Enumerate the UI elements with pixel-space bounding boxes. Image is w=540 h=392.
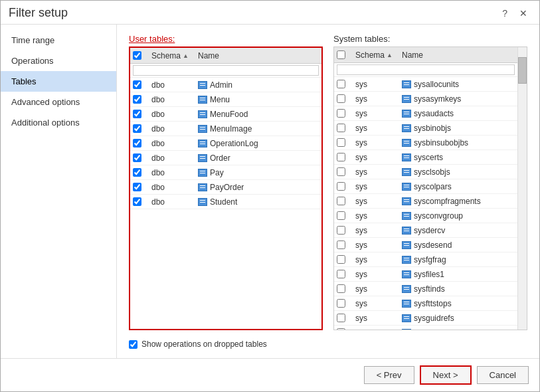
user-tables-section: User tables: Schema ▲ Name	[129, 34, 323, 330]
row-schema: sys	[355, 328, 402, 330]
close-button[interactable]: ✕	[515, 7, 531, 20]
table-row: dbo Order	[130, 151, 321, 165]
row-name: Admin	[198, 80, 319, 90]
help-button[interactable]: ?	[498, 7, 511, 20]
system-search-row	[334, 63, 517, 77]
row-checkbox[interactable]	[133, 139, 141, 147]
row-name: sysclsobjs	[402, 167, 515, 177]
row-name-text: sysdesend	[414, 241, 452, 250]
row-name-text: sysallocunits	[414, 80, 459, 89]
table-row: dbo MenuFood	[130, 107, 321, 122]
row-checkbox[interactable]	[337, 167, 345, 176]
row-name-text: sysdercv	[414, 226, 445, 235]
row-check-cell	[337, 94, 355, 103]
row-checkbox[interactable]	[133, 168, 141, 177]
user-search-input[interactable]	[133, 65, 319, 76]
row-checkbox[interactable]	[133, 197, 141, 206]
row-checkbox[interactable]	[337, 124, 345, 132]
user-tables-container: Schema ▲ Name dbo	[129, 47, 323, 330]
row-name: sysallocunits	[402, 80, 515, 89]
system-header-schema[interactable]: Schema ▲	[355, 50, 402, 60]
row-checkbox[interactable]	[337, 80, 345, 88]
row-checkbox[interactable]	[337, 314, 345, 322]
system-tables-body: sys sysallocunits sys sysasymkeys sys sy…	[334, 77, 517, 330]
table-row: dbo PayOrder	[130, 180, 321, 195]
show-operations-row: Show operations on dropped tables	[129, 340, 527, 349]
row-name-text: PayOrder	[210, 183, 244, 192]
sidebar-item-operations[interactable]: Operations	[1, 50, 116, 71]
row-name-text: Admin	[210, 80, 232, 90]
row-checkbox[interactable]	[337, 284, 345, 293]
sidebar-item-tables[interactable]: Tables	[1, 71, 116, 92]
scrollbar-thumb[interactable]	[518, 57, 527, 84]
row-checkbox[interactable]	[133, 153, 141, 162]
system-scrollbar[interactable]	[517, 47, 527, 330]
table-icon	[402, 139, 411, 147]
system-tables-title: System tables:	[333, 34, 527, 44]
row-name-text: syscolpars	[414, 182, 452, 191]
table-icon	[402, 285, 411, 293]
table-row: sys sysbinobjs	[334, 121, 517, 136]
user-header-name[interactable]: Name	[198, 51, 319, 60]
row-checkbox[interactable]	[133, 183, 141, 191]
table-icon	[198, 81, 207, 89]
row-schema: sys	[355, 211, 402, 221]
system-check-all[interactable]	[337, 50, 345, 59]
row-check-cell	[133, 124, 151, 133]
row-check-cell	[337, 211, 355, 220]
row-name-text: sysfttstops	[414, 299, 452, 308]
row-schema: sys	[355, 80, 402, 89]
row-name: sysaudacts	[402, 109, 515, 118]
system-schema-sort-icon: ▲	[387, 52, 393, 58]
row-schema: dbo	[151, 110, 198, 119]
cancel-button[interactable]: Cancel	[477, 366, 529, 384]
table-icon	[198, 198, 207, 206]
row-checkbox[interactable]	[337, 197, 345, 205]
user-check-all[interactable]	[133, 51, 141, 60]
row-checkbox[interactable]	[337, 255, 345, 264]
row-checkbox[interactable]	[337, 109, 345, 118]
row-name: sysftinds	[402, 284, 515, 294]
sidebar-item-advanced-options[interactable]: Advanced options	[1, 92, 116, 112]
sidebar-item-additional-options[interactable]: Additional options	[1, 112, 116, 133]
row-schema: sys	[355, 124, 402, 133]
row-checkbox[interactable]	[133, 110, 141, 118]
row-checkbox[interactable]	[133, 95, 141, 104]
row-checkbox[interactable]	[337, 153, 345, 161]
row-name-text: sysconvgroup	[414, 211, 463, 221]
row-checkbox[interactable]	[337, 182, 345, 191]
system-header-name[interactable]: Name	[402, 50, 515, 60]
row-check-cell	[133, 80, 151, 89]
row-checkbox[interactable]	[133, 80, 141, 89]
row-check-cell	[133, 95, 151, 104]
row-name: sysfiles1	[402, 270, 515, 279]
table-row: sys sysallocunits	[334, 77, 517, 92]
show-operations-checkbox[interactable]	[129, 340, 137, 349]
table-icon	[402, 212, 411, 220]
row-checkbox[interactable]	[337, 270, 345, 278]
user-header-schema[interactable]: Schema ▲	[151, 51, 198, 60]
table-row: sys sysasymkeys	[334, 92, 517, 106]
row-schema: sys	[355, 255, 402, 264]
next-button[interactable]: Next >	[420, 365, 472, 385]
row-check-cell	[337, 80, 355, 88]
row-checkbox[interactable]	[337, 226, 345, 235]
row-checkbox[interactable]	[337, 211, 345, 220]
row-checkbox[interactable]	[337, 299, 345, 308]
system-search-input[interactable]	[337, 64, 515, 75]
row-check-cell	[133, 197, 151, 206]
row-checkbox[interactable]	[337, 138, 345, 147]
row-checkbox[interactable]	[337, 94, 345, 103]
row-checkbox[interactable]	[337, 241, 345, 249]
row-check-cell	[133, 183, 151, 191]
show-operations-label[interactable]: Show operations on dropped tables	[141, 340, 267, 349]
row-check-cell	[337, 109, 355, 118]
sidebar-item-time-range[interactable]: Time range	[1, 30, 116, 50]
row-check-cell	[337, 167, 355, 176]
row-checkbox[interactable]	[133, 124, 141, 133]
row-check-cell	[133, 139, 151, 147]
row-checkbox[interactable]	[337, 328, 345, 330]
prev-button[interactable]: < Prev	[364, 366, 414, 384]
table-icon	[198, 125, 207, 133]
table-row: dbo Menu	[130, 92, 321, 107]
